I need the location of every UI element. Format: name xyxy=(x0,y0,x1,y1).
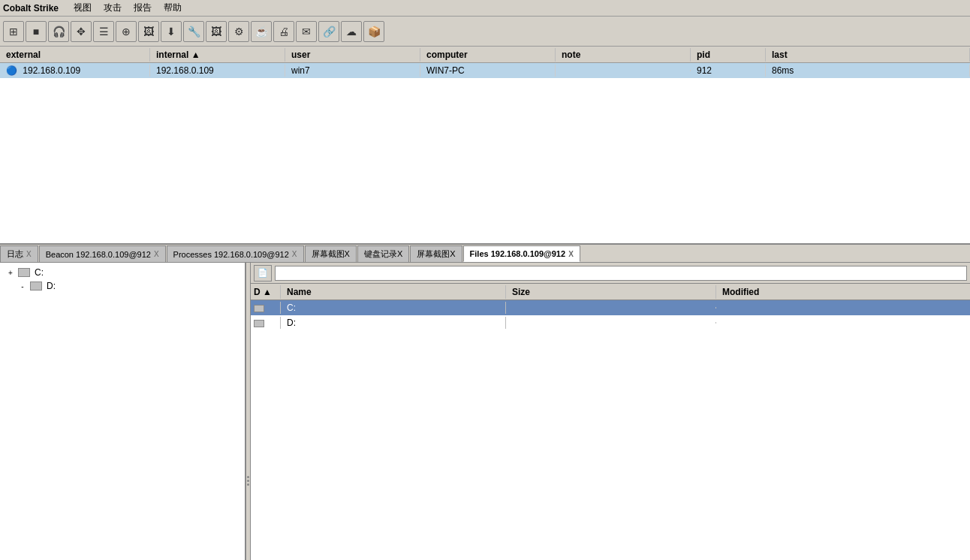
toolbar-btn-download[interactable]: ⬇ xyxy=(161,21,182,42)
tab-log-label: 日志 xyxy=(7,248,23,260)
tree-expander-c: + xyxy=(6,269,15,277)
tab-files-label: Files 192.168.0.109@912 xyxy=(470,249,566,258)
session-icon: 🔵 xyxy=(6,65,17,76)
bottom-panel: + C: - D: 📄 D ▲ Name Size Modified xyxy=(0,263,970,560)
files-col-header-name[interactable]: Name xyxy=(281,285,506,299)
col-header-external[interactable]: external xyxy=(0,48,150,62)
tree-item-c[interactable]: + C: xyxy=(3,266,242,279)
session-computer: WIN7-PC xyxy=(420,65,556,77)
tab-screenshot1[interactable]: 屏幕截图X xyxy=(305,245,357,262)
sessions-empty-area xyxy=(0,78,970,243)
tab-keylog[interactable]: 键盘记录X xyxy=(357,245,409,262)
files-col-header-modified[interactable]: Modified xyxy=(716,285,970,299)
tab-keylog-label: 键盘记录X xyxy=(364,248,402,260)
divider-dot3 xyxy=(247,483,249,486)
toolbar-btn-mail[interactable]: ✉ xyxy=(296,21,317,42)
tab-beacon[interactable]: Beacon 192.168.0.109@912 X xyxy=(39,245,166,262)
tab-beacon-label: Beacon 192.168.0.109@912 xyxy=(46,250,151,259)
tab-files-close[interactable]: X xyxy=(568,250,574,258)
tree-item-d[interactable]: - D: xyxy=(3,279,242,293)
tab-screenshot1-label: 屏幕截图X xyxy=(312,248,350,260)
menu-help[interactable]: 帮助 xyxy=(158,0,188,16)
divider-dot1 xyxy=(247,476,249,478)
files-row-c-d xyxy=(251,302,281,314)
col-header-pid[interactable]: pid xyxy=(691,48,766,62)
tab-screenshot2[interactable]: 屏幕截图X xyxy=(410,245,462,262)
tab-screenshot2-label: 屏幕截图X xyxy=(417,248,455,260)
toolbar-btn-gear[interactable]: ⚙ xyxy=(228,21,249,42)
files-row-c[interactable]: C: xyxy=(251,300,970,315)
toolbar-btn-coffee[interactable]: ☕ xyxy=(251,21,272,42)
files-col-header-d[interactable]: D ▲ xyxy=(251,285,281,299)
menu-bar: Cobalt Strike 视图 攻击 报告 帮助 xyxy=(0,0,970,17)
tab-beacon-close[interactable]: X xyxy=(154,250,159,258)
tab-processes[interactable]: Processes 192.168.0.109@912 X xyxy=(167,245,304,262)
tree-expander-d: - xyxy=(18,282,27,291)
toolbar-btn-screenshot[interactable]: 🖼 xyxy=(206,21,227,42)
menu-attack[interactable]: 攻击 xyxy=(98,0,128,16)
files-panel: 📄 D ▲ Name Size Modified C: xyxy=(251,263,970,560)
tree-label-c: C: xyxy=(35,267,44,278)
files-row-d-name: D: xyxy=(281,317,506,329)
session-internal: 192.168.0.109 xyxy=(150,65,285,77)
files-row-c-size xyxy=(506,307,716,309)
files-row-d-d xyxy=(251,317,281,329)
menu-report[interactable]: 报告 xyxy=(128,0,158,16)
files-row-d-size xyxy=(506,322,716,324)
sessions-header: external internal ▲ user computer note p… xyxy=(0,47,970,63)
toolbar: ⊞ ■ 🎧 ✥ ☰ ⊕ 🖼 ⬇ 🔧 🖼 ⚙ ☕ 🖨 ✉ 🔗 ☁ 📦 xyxy=(0,17,970,47)
drive-row-icon-d xyxy=(254,320,264,327)
tab-files[interactable]: Files 192.168.0.109@912 X xyxy=(463,245,580,262)
toolbar-btn-crosshair[interactable]: ✥ xyxy=(71,21,92,42)
tab-log-close[interactable]: X xyxy=(26,250,32,258)
divider-dot2 xyxy=(247,480,249,482)
col-header-last[interactable]: last xyxy=(766,48,970,62)
drive-icon-d xyxy=(30,282,42,291)
menu-view[interactable]: 视图 xyxy=(68,0,98,16)
drive-icon-c xyxy=(18,268,30,277)
session-user: win7 xyxy=(285,65,420,77)
col-header-note[interactable]: note xyxy=(556,48,691,62)
tree-label-d: D: xyxy=(47,281,56,291)
drive-row-icon-c xyxy=(254,305,264,312)
files-row-c-name: C: xyxy=(281,302,506,314)
toolbar-btn-grid[interactable]: ⊞ xyxy=(3,21,24,42)
files-table-header: D ▲ Name Size Modified xyxy=(251,284,970,300)
app-title: Cobalt Strike xyxy=(3,3,59,14)
toolbar-btn-wrench[interactable]: 🔧 xyxy=(183,21,204,42)
files-row-d[interactable]: D: xyxy=(251,315,970,330)
files-table: D ▲ Name Size Modified C: D: xyxy=(251,284,970,560)
col-header-computer[interactable]: computer xyxy=(420,48,556,62)
tab-processes-label: Processes 192.168.0.109@912 xyxy=(173,250,289,259)
files-col-header-size[interactable]: Size xyxy=(506,285,716,299)
toolbar-btn-plus[interactable]: ⊕ xyxy=(116,21,137,42)
files-nav-btn[interactable]: 📄 xyxy=(254,265,272,282)
tab-log[interactable]: 日志 X xyxy=(0,245,38,262)
toolbar-btn-stop[interactable]: ■ xyxy=(26,21,47,42)
sessions-row[interactable]: 🔵 192.168.0.109 192.168.0.109 win7 WIN7-… xyxy=(0,63,970,78)
toolbar-btn-list[interactable]: ☰ xyxy=(93,21,114,42)
toolbar-btn-package[interactable]: 📦 xyxy=(363,21,384,42)
session-last: 86ms xyxy=(766,65,970,77)
files-row-c-modified xyxy=(716,307,970,309)
toolbar-btn-image[interactable]: 🖼 xyxy=(138,21,159,42)
tree-panel: + C: - D: xyxy=(0,263,246,560)
session-external: 🔵 192.168.0.109 xyxy=(0,65,150,77)
files-path-input[interactable] xyxy=(275,266,967,281)
tabs-bar: 日志 X Beacon 192.168.0.109@912 X Processe… xyxy=(0,243,970,263)
session-note xyxy=(556,70,691,71)
toolbar-btn-cloud[interactable]: ☁ xyxy=(341,21,362,42)
col-header-user[interactable]: user xyxy=(285,48,420,62)
toolbar-btn-print[interactable]: 🖨 xyxy=(273,21,294,42)
toolbar-btn-headset[interactable]: 🎧 xyxy=(48,21,69,42)
session-pid: 912 xyxy=(691,65,766,77)
toolbar-btn-link[interactable]: 🔗 xyxy=(318,21,339,42)
sessions-table-area: external internal ▲ user computer note p… xyxy=(0,47,970,243)
col-header-internal[interactable]: internal ▲ xyxy=(150,48,285,62)
files-row-d-modified xyxy=(716,322,970,324)
tab-processes-close[interactable]: X xyxy=(292,250,297,258)
files-toolbar: 📄 xyxy=(251,263,970,284)
